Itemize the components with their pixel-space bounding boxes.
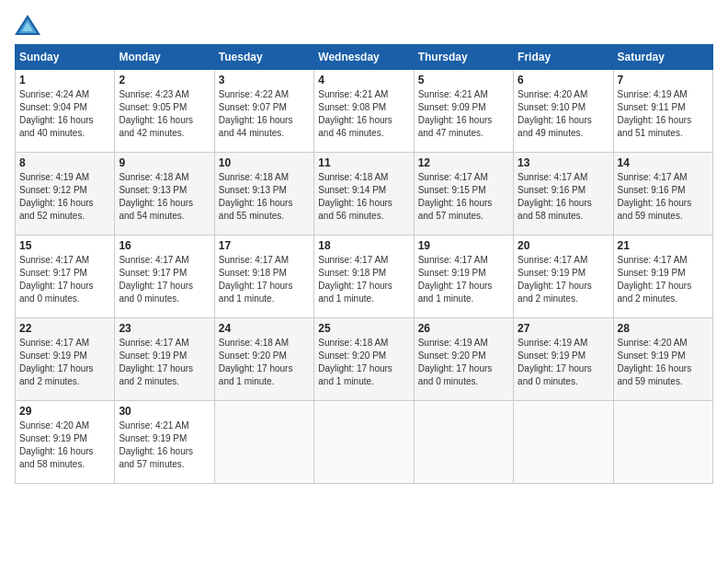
- calendar-header-row: SundayMondayTuesdayWednesdayThursdayFrid…: [16, 45, 713, 70]
- day-number: 18: [318, 239, 409, 252]
- day-number: 17: [219, 239, 310, 252]
- day-number: 23: [119, 322, 210, 335]
- day-number: 6: [518, 74, 609, 86]
- day-info: Sunrise: 4:17 AMSunset: 9:18 PMDaylight:…: [219, 254, 310, 305]
- day-number: 30: [119, 405, 210, 418]
- day-number: 15: [19, 239, 110, 252]
- calendar-cell: 21Sunrise: 4:17 AMSunset: 9:19 PMDayligh…: [613, 236, 712, 318]
- day-number: 14: [618, 156, 709, 169]
- day-info: Sunrise: 4:17 AMSunset: 9:16 PMDaylight:…: [618, 171, 709, 223]
- calendar-cell: 4Sunrise: 4:21 AMSunset: 9:08 PMDaylight…: [314, 70, 414, 153]
- day-info: Sunrise: 4:20 AMSunset: 9:19 PMDaylight:…: [19, 419, 110, 471]
- day-number: 7: [618, 74, 709, 86]
- calendar-cell: 29Sunrise: 4:20 AMSunset: 9:19 PMDayligh…: [16, 401, 115, 484]
- day-of-week-header: Saturday: [613, 45, 712, 70]
- day-of-week-header: Friday: [514, 45, 613, 70]
- calendar-cell: 9Sunrise: 4:18 AMSunset: 9:13 PMDaylight…: [115, 153, 214, 236]
- day-info: Sunrise: 4:23 AMSunset: 9:05 PMDaylight:…: [119, 88, 210, 140]
- day-info: Sunrise: 4:24 AMSunset: 9:04 PMDaylight:…: [19, 88, 110, 140]
- calendar-week-row: 1Sunrise: 4:24 AMSunset: 9:04 PMDaylight…: [16, 70, 713, 153]
- day-info: Sunrise: 4:17 AMSunset: 9:16 PMDaylight:…: [518, 171, 609, 223]
- calendar-cell: 7Sunrise: 4:19 AMSunset: 9:11 PMDaylight…: [613, 70, 712, 153]
- calendar-cell: 26Sunrise: 4:19 AMSunset: 9:20 PMDayligh…: [414, 318, 513, 401]
- calendar-cell: 18Sunrise: 4:17 AMSunset: 9:18 PMDayligh…: [314, 236, 414, 318]
- day-number: 10: [219, 156, 310, 169]
- calendar-cell: 20Sunrise: 4:17 AMSunset: 9:19 PMDayligh…: [514, 236, 613, 318]
- calendar-week-row: 8Sunrise: 4:19 AMSunset: 9:12 PMDaylight…: [16, 153, 713, 236]
- calendar-week-row: 22Sunrise: 4:17 AMSunset: 9:19 PMDayligh…: [16, 318, 713, 401]
- calendar-week-row: 29Sunrise: 4:20 AMSunset: 9:19 PMDayligh…: [16, 401, 713, 484]
- day-info: Sunrise: 4:17 AMSunset: 9:19 PMDaylight:…: [418, 254, 509, 305]
- day-number: 9: [119, 156, 210, 169]
- day-number: 25: [318, 322, 409, 335]
- day-number: 24: [219, 322, 310, 335]
- calendar-cell: 15Sunrise: 4:17 AMSunset: 9:17 PMDayligh…: [16, 236, 115, 318]
- day-number: 5: [418, 74, 509, 86]
- calendar-body: 1Sunrise: 4:24 AMSunset: 9:04 PMDaylight…: [16, 70, 713, 484]
- calendar-cell: 2Sunrise: 4:23 AMSunset: 9:05 PMDaylight…: [115, 70, 214, 153]
- calendar-cell: 23Sunrise: 4:17 AMSunset: 9:19 PMDayligh…: [115, 318, 214, 401]
- day-info: Sunrise: 4:17 AMSunset: 9:19 PMDaylight:…: [119, 337, 210, 388]
- logo: [15, 15, 44, 35]
- day-number: 22: [19, 322, 110, 335]
- day-info: Sunrise: 4:20 AMSunset: 9:10 PMDaylight:…: [518, 88, 609, 140]
- day-info: Sunrise: 4:17 AMSunset: 9:19 PMDaylight:…: [618, 254, 709, 305]
- calendar-cell: 1Sunrise: 4:24 AMSunset: 9:04 PMDaylight…: [16, 70, 115, 153]
- day-number: 19: [418, 239, 509, 252]
- calendar-cell: 27Sunrise: 4:19 AMSunset: 9:19 PMDayligh…: [514, 318, 613, 401]
- calendar-week-row: 15Sunrise: 4:17 AMSunset: 9:17 PMDayligh…: [16, 236, 713, 318]
- calendar-cell: 13Sunrise: 4:17 AMSunset: 9:16 PMDayligh…: [514, 153, 613, 236]
- calendar-cell: 12Sunrise: 4:17 AMSunset: 9:15 PMDayligh…: [414, 153, 513, 236]
- day-info: Sunrise: 4:18 AMSunset: 9:20 PMDaylight:…: [219, 337, 310, 388]
- calendar-cell: 5Sunrise: 4:21 AMSunset: 9:09 PMDaylight…: [414, 70, 513, 153]
- calendar-cell: 28Sunrise: 4:20 AMSunset: 9:19 PMDayligh…: [613, 318, 712, 401]
- day-info: Sunrise: 4:19 AMSunset: 9:11 PMDaylight:…: [618, 88, 709, 140]
- calendar-cell: 3Sunrise: 4:22 AMSunset: 9:07 PMDaylight…: [214, 70, 313, 153]
- day-number: 2: [119, 74, 210, 86]
- day-info: Sunrise: 4:22 AMSunset: 9:07 PMDaylight:…: [219, 88, 310, 140]
- calendar-cell: [214, 401, 313, 484]
- calendar-cell: 22Sunrise: 4:17 AMSunset: 9:19 PMDayligh…: [16, 318, 115, 401]
- day-of-week-header: Tuesday: [214, 45, 313, 70]
- day-info: Sunrise: 4:17 AMSunset: 9:19 PMDaylight:…: [518, 254, 609, 305]
- calendar-cell: [314, 401, 414, 484]
- calendar-cell: 10Sunrise: 4:18 AMSunset: 9:13 PMDayligh…: [214, 153, 313, 236]
- calendar-cell: 30Sunrise: 4:21 AMSunset: 9:19 PMDayligh…: [115, 401, 214, 484]
- header: [15, 15, 713, 35]
- day-info: Sunrise: 4:17 AMSunset: 9:19 PMDaylight:…: [19, 337, 110, 388]
- calendar-cell: 16Sunrise: 4:17 AMSunset: 9:17 PMDayligh…: [115, 236, 214, 318]
- day-info: Sunrise: 4:21 AMSunset: 9:19 PMDaylight:…: [119, 419, 210, 471]
- day-of-week-header: Wednesday: [314, 45, 414, 70]
- day-info: Sunrise: 4:21 AMSunset: 9:09 PMDaylight:…: [418, 88, 509, 140]
- day-number: 27: [518, 322, 609, 335]
- calendar-cell: 24Sunrise: 4:18 AMSunset: 9:20 PMDayligh…: [214, 318, 313, 401]
- day-number: 20: [518, 239, 609, 252]
- day-info: Sunrise: 4:19 AMSunset: 9:12 PMDaylight:…: [19, 171, 110, 223]
- calendar-cell: 11Sunrise: 4:18 AMSunset: 9:14 PMDayligh…: [314, 153, 414, 236]
- day-info: Sunrise: 4:18 AMSunset: 9:13 PMDaylight:…: [219, 171, 310, 223]
- calendar-cell: 8Sunrise: 4:19 AMSunset: 9:12 PMDaylight…: [16, 153, 115, 236]
- day-number: 12: [418, 156, 509, 169]
- day-info: Sunrise: 4:17 AMSunset: 9:18 PMDaylight:…: [318, 254, 409, 305]
- day-info: Sunrise: 4:17 AMSunset: 9:17 PMDaylight:…: [119, 254, 210, 305]
- day-number: 11: [318, 156, 409, 169]
- day-info: Sunrise: 4:20 AMSunset: 9:19 PMDaylight:…: [618, 337, 709, 388]
- day-number: 26: [418, 322, 509, 335]
- day-info: Sunrise: 4:19 AMSunset: 9:20 PMDaylight:…: [418, 337, 509, 388]
- day-info: Sunrise: 4:19 AMSunset: 9:19 PMDaylight:…: [518, 337, 609, 388]
- day-number: 3: [219, 74, 310, 86]
- day-number: 16: [119, 239, 210, 252]
- day-info: Sunrise: 4:17 AMSunset: 9:17 PMDaylight:…: [19, 254, 110, 305]
- day-info: Sunrise: 4:17 AMSunset: 9:15 PMDaylight:…: [418, 171, 509, 223]
- calendar-cell: [613, 401, 712, 484]
- calendar-cell: [414, 401, 513, 484]
- calendar-cell: 19Sunrise: 4:17 AMSunset: 9:19 PMDayligh…: [414, 236, 513, 318]
- day-of-week-header: Monday: [115, 45, 214, 70]
- day-number: 1: [19, 74, 110, 86]
- calendar-cell: 25Sunrise: 4:18 AMSunset: 9:20 PMDayligh…: [314, 318, 414, 401]
- day-number: 13: [518, 156, 609, 169]
- day-number: 8: [19, 156, 110, 169]
- day-of-week-header: Thursday: [414, 45, 513, 70]
- day-number: 29: [19, 405, 110, 418]
- calendar-cell: [514, 401, 613, 484]
